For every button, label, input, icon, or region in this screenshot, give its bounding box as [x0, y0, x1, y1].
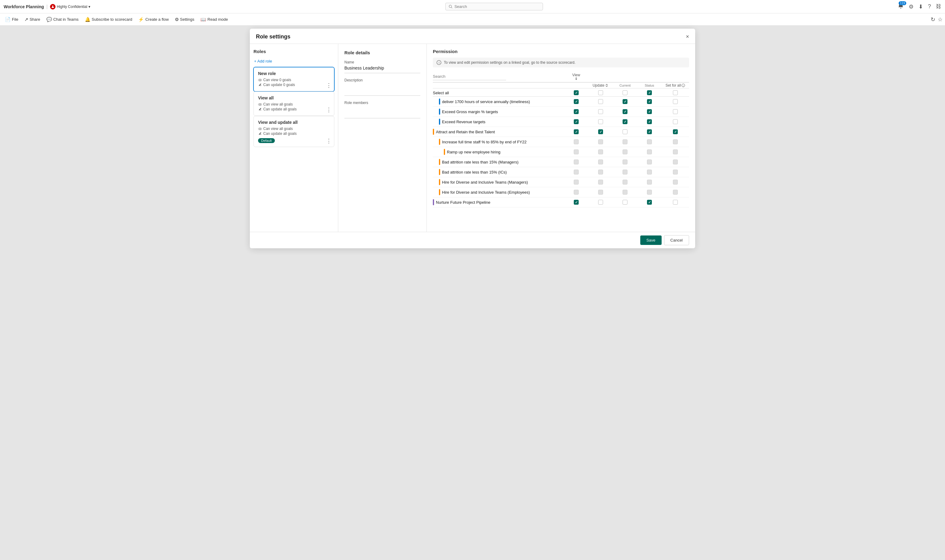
sensitivity-dropdown-icon[interactable]: ▾: [88, 5, 90, 9]
chat-in-teams-button[interactable]: 💬 Chat in Teams: [44, 15, 81, 23]
notification-button[interactable]: 119: [898, 3, 904, 10]
settings-button[interactable]: ⚙ Settings: [172, 15, 197, 23]
search-input[interactable]: [454, 4, 540, 9]
top-bar-left: Workforce Planning | Highly Confidential…: [4, 4, 90, 9]
flow-icon: ⚡: [138, 17, 144, 22]
help-icon[interactable]: ?: [928, 3, 931, 10]
create-flow-button[interactable]: ⚡ Create a flow: [136, 15, 171, 23]
svg-point-0: [52, 6, 53, 7]
star-icon[interactable]: ☆: [938, 16, 943, 23]
sensitivity-label: Highly Confidential: [57, 5, 87, 9]
read-mode-button[interactable]: 📖 Read mode: [198, 15, 230, 23]
subscribe-icon: 🔔: [85, 17, 91, 22]
app-title: Workforce Planning: [4, 4, 44, 9]
settings-icon[interactable]: ⚙: [909, 3, 914, 10]
notification-badge: 119: [899, 1, 906, 5]
sensitivity-badge: Highly Confidential ▾: [50, 4, 90, 9]
top-bar-right: 119 ⚙ ⬇ ? ⛓: [898, 3, 941, 10]
search-icon: [449, 5, 452, 9]
subscribe-button[interactable]: 🔔 Subscribe to scorecard: [82, 15, 135, 23]
divider: |: [46, 4, 48, 9]
file-icon: 📄: [5, 17, 11, 22]
sensitivity-icon: [50, 4, 55, 9]
download-icon[interactable]: ⬇: [919, 3, 923, 10]
search-bar[interactable]: [445, 3, 543, 10]
top-bar: Workforce Planning | Highly Confidential…: [0, 0, 945, 14]
svg-point-1: [449, 5, 451, 7]
svg-line-2: [451, 7, 452, 8]
share-button[interactable]: ↗ Share: [22, 15, 43, 23]
read-icon: 📖: [200, 17, 206, 22]
share-network-icon[interactable]: ⛓: [936, 3, 941, 10]
teams-icon: 💬: [46, 17, 52, 22]
share-icon: ↗: [25, 17, 28, 22]
ribbon-refresh: ↻ ☆: [931, 16, 943, 23]
gear-icon: ⚙: [175, 17, 179, 22]
file-button[interactable]: 📄 File: [2, 15, 21, 23]
ribbon-bar: 📄 File ↗ Share 💬 Chat in Teams 🔔 Subscri…: [0, 14, 945, 26]
refresh-icon[interactable]: ↻: [931, 16, 935, 23]
